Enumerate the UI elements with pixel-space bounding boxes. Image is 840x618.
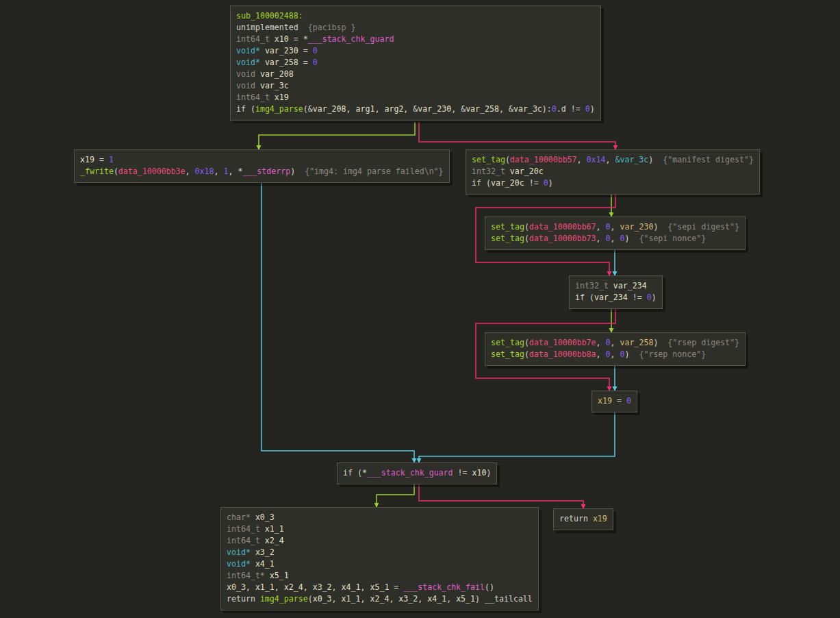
token-num[interactable]: 0 xyxy=(313,46,318,55)
token-var[interactable]: x19 xyxy=(80,155,94,164)
token-var[interactable]: x19 xyxy=(275,92,289,102)
token-dat[interactable]: data_10000bb3e xyxy=(118,166,186,176)
token-num[interactable]: 0x14 xyxy=(587,155,606,164)
token-var[interactable]: var_234 xyxy=(594,293,628,302)
token-fn[interactable]: _fwrite xyxy=(80,166,114,176)
token-var[interactable]: var_258 xyxy=(265,58,298,67)
graph-node-stack-guard-check[interactable]: if (*___stack_chk_guard != x10) xyxy=(337,462,497,484)
token-var[interactable]: x10 xyxy=(275,34,289,44)
token-dat[interactable]: data_10000bb67 xyxy=(529,222,596,232)
token-var[interactable]: var_3c xyxy=(513,104,542,114)
token-var[interactable]: var_20c xyxy=(491,178,524,188)
token-var[interactable]: x10 xyxy=(472,468,486,478)
token-typ: int64_t* xyxy=(227,571,270,580)
token-var[interactable]: var_234 xyxy=(613,281,647,291)
token-gold[interactable]: var_230 xyxy=(620,222,654,232)
token-txt: , xyxy=(360,582,370,592)
token-dat[interactable]: data_10000bb7e xyxy=(529,338,596,347)
token-num[interactable]: 0 xyxy=(620,234,625,243)
token-txt: unimplemented xyxy=(236,23,298,32)
token-var[interactable]: x5_1 xyxy=(370,582,389,592)
token-num[interactable]: 0 xyxy=(606,234,611,243)
token-ptr: void* xyxy=(227,547,255,557)
token-var[interactable]: var_20c xyxy=(510,166,544,176)
token-fn[interactable]: set_tag xyxy=(472,155,505,164)
token-var[interactable]: x5_1 xyxy=(456,594,475,604)
token-fn[interactable]: img4_parse xyxy=(260,594,308,604)
token-typ: int32_t xyxy=(472,166,510,176)
token-imp[interactable]: ___stack_chk_fail xyxy=(403,582,485,592)
graph-node-x19-zero[interactable]: x19 = 0 xyxy=(591,391,637,412)
token-fn[interactable]: set_tag xyxy=(491,338,524,347)
graph-node-parse-failed[interactable]: x19 = 1_fwrite(data_10000bb3e, 0x18, 1, … xyxy=(74,149,450,183)
token-var[interactable]: x5_1 xyxy=(270,571,289,580)
graph-node-manifest-digest[interactable]: set_tag(data_10000bb57, 0x14, &var_3c) {… xyxy=(466,149,760,195)
token-imp[interactable]: ___stack_chk_guard xyxy=(308,34,394,44)
token-var[interactable]: x4_1 xyxy=(342,582,361,592)
token-num[interactable]: 1 xyxy=(109,155,114,164)
token-var[interactable]: x1_1 xyxy=(265,524,284,534)
graph-node-var234-check[interactable]: int32_t var_234if (var_234 != 0) xyxy=(569,275,663,309)
token-imp[interactable]: ___stack_chk_guard xyxy=(367,468,453,478)
token-var[interactable]: var_258 xyxy=(466,104,499,114)
edge-entry-true xyxy=(259,122,415,149)
token-txt: ( xyxy=(524,338,529,347)
token-txt xyxy=(295,166,305,176)
token-num[interactable]: 0 xyxy=(647,293,652,302)
token-var[interactable]: x3_2 xyxy=(255,547,275,557)
token-fn[interactable]: set_tag xyxy=(491,349,524,359)
graph-node-entry[interactable]: sub_100002488:unimplemented {pacibsp }in… xyxy=(230,5,601,121)
token-gold[interactable]: x19 xyxy=(598,396,612,406)
token-txt: , xyxy=(596,338,606,347)
token-num[interactable]: 0 xyxy=(544,178,548,188)
token-imp[interactable]: ___stderrp xyxy=(242,166,290,176)
token-num[interactable]: 0 xyxy=(313,58,318,67)
graph-node-rsep[interactable]: set_tag(data_10000bb7e, 0, var_258) {"rs… xyxy=(485,332,746,366)
token-dat[interactable]: data_10000bb8a xyxy=(529,349,596,359)
token-var[interactable]: x3_2 xyxy=(398,594,418,604)
token-var[interactable]: x1_1 xyxy=(342,594,361,604)
token-fn[interactable]: set_tag xyxy=(491,234,524,243)
token-var[interactable]: arg2 xyxy=(384,104,403,114)
token-num[interactable]: 0 xyxy=(620,349,625,359)
token-ref[interactable]: &var_3c xyxy=(615,155,648,164)
graph-canvas[interactable]: sub_100002488:unimplemented {pacibsp }in… xyxy=(0,0,840,618)
token-txt: , xyxy=(577,155,587,164)
token-var[interactable]: x2_4 xyxy=(284,582,303,592)
token-var[interactable]: x1_1 xyxy=(255,582,275,592)
token-num[interactable]: 0 xyxy=(606,222,611,232)
token-var[interactable]: x2_4 xyxy=(265,536,284,545)
token-var[interactable]: x3_2 xyxy=(313,582,332,592)
token-fn[interactable]: sub_100002488: xyxy=(236,11,303,21)
token-dat[interactable]: data_10000bb57 xyxy=(510,155,577,164)
token-var[interactable]: x0_3 xyxy=(255,512,275,522)
token-fn[interactable]: img4_parse xyxy=(255,104,303,114)
token-num[interactable]: 0 xyxy=(626,396,631,406)
token-var[interactable]: x0_3 xyxy=(313,594,332,604)
token-dat[interactable]: data_10000bb73 xyxy=(529,234,596,243)
token-num[interactable]: 0 xyxy=(606,338,611,347)
token-var[interactable]: arg1 xyxy=(356,104,375,114)
token-txt: , xyxy=(186,166,195,176)
graph-node-sepi[interactable]: set_tag(data_10000bb67, 0, var_230) {"se… xyxy=(485,217,746,250)
token-num[interactable]: 0 xyxy=(606,349,611,359)
token-var[interactable]: var_208 xyxy=(260,69,294,79)
graph-node-return-x19[interactable]: return x19 xyxy=(553,508,613,530)
token-num[interactable]: 0 xyxy=(552,104,557,114)
graph-node-tailcall[interactable]: char* x0_3int64_t x1_1int64_t x2_4void* … xyxy=(220,507,539,610)
token-var[interactable]: x4_1 xyxy=(427,594,446,604)
token-gold[interactable]: x19 xyxy=(593,514,607,523)
token-var[interactable]: var_3c xyxy=(260,81,289,90)
token-txt: != xyxy=(628,293,647,302)
token-var[interactable]: var_208 xyxy=(313,104,346,114)
token-var[interactable]: var_230 xyxy=(265,46,298,55)
token-var[interactable]: x2_4 xyxy=(370,594,389,604)
token-var[interactable]: x0_3 xyxy=(227,582,246,592)
token-num[interactable]: 0 xyxy=(585,104,590,114)
token-var[interactable]: var_230 xyxy=(418,104,451,114)
token-fn[interactable]: set_tag xyxy=(491,222,524,232)
token-var[interactable]: x4_1 xyxy=(255,559,275,569)
token-txt: , xyxy=(275,582,284,592)
token-num[interactable]: 0x18 xyxy=(195,166,214,176)
token-gold[interactable]: var_258 xyxy=(620,338,654,347)
